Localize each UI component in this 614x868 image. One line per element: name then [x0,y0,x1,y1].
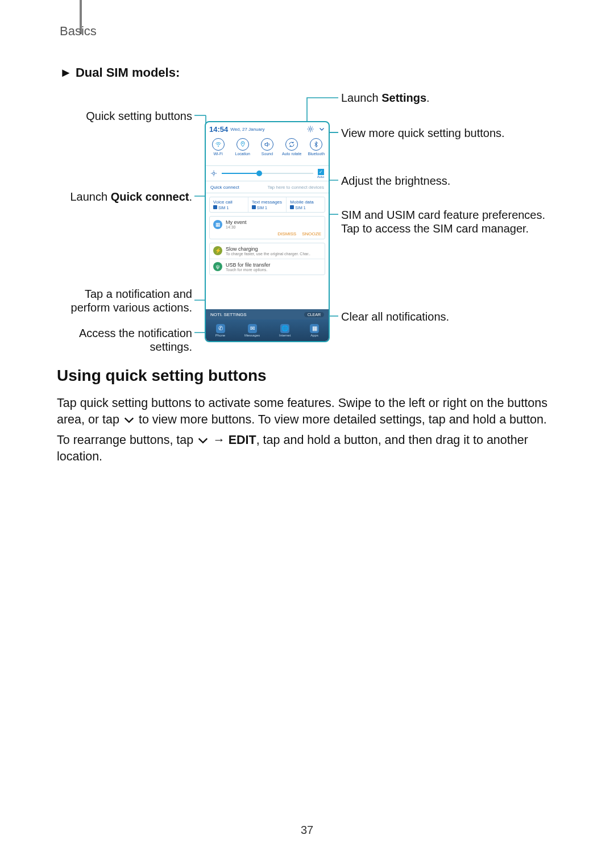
message-icon: ✉ [248,324,257,333]
wifi-icon [212,138,225,151]
sim-icon [252,205,256,209]
quick-settings-row: Wi-Fi Location Sound Auto rotate Bluetoo… [206,136,329,166]
bluetooth-icon [310,138,322,151]
svg-point-16 [218,146,219,147]
dock: ✆Phone ✉Messages 🌐Internet ▦Apps [206,319,329,341]
sim-data[interactable]: Mobile data SIM 1 [287,197,325,212]
page-number: 37 [0,824,614,837]
sound-icon [261,138,273,151]
notification-panel-diagram: Quick setting buttons Launch Quick conne… [57,85,557,352]
event-card[interactable]: ▦ My event 14:30 DISMISS SNOOZE [209,216,325,239]
svg-point-7 [309,128,312,130]
body-paragraph-1: Tap quick setting buttons to activate so… [57,395,557,428]
svg-point-18 [213,172,215,175]
svg-line-14 [312,127,313,128]
brightness-icon [210,170,217,177]
sim-icon [213,205,217,209]
status-bar: 14:54 Wed, 27 January [206,122,329,136]
globe-icon: 🌐 [280,324,289,333]
phone-icon: ✆ [216,324,225,333]
chevron-down-icon [197,435,209,446]
subsection-title: ► Dual SIM models: [60,65,180,80]
pin-icon [237,138,249,151]
subsection-heading: Using quick setting buttons [57,367,267,385]
calendar-icon: ▦ [213,220,222,229]
sim-voice[interactable]: Voice call SIM 1 [210,197,248,212]
phone-mock: 14:54 Wed, 27 January Wi-Fi Location Sou… [205,121,330,342]
qs-wifi[interactable]: Wi-Fi [208,138,229,156]
rotate-icon [285,138,298,151]
sim-preferences-card[interactable]: Voice call SIM 1 Text messages SIM 1 Mob… [209,197,325,213]
dock-phone[interactable]: ✆Phone [215,324,225,337]
quick-connect-row[interactable]: Quick connect Tap here to connect device… [206,181,329,193]
settings-icon[interactable] [307,126,314,132]
sim-text[interactable]: Text messages SIM 1 [248,197,287,212]
body-paragraph-2: To rearrange buttons, tap → EDIT, tap an… [57,432,557,465]
qs-sound[interactable]: Sound [256,138,278,156]
notification-bottom-bar: NOTI. SETTINGS CLEAR [206,309,329,319]
svg-line-15 [308,131,309,132]
status-time: 14:54 [209,125,228,134]
svg-line-12 [308,127,309,128]
auto-brightness-checkbox[interactable]: ✓ [318,169,324,175]
bolt-icon: ⚡ [213,246,222,255]
brightness-row[interactable]: ✓ Auto [206,166,329,181]
qs-auto-rotate[interactable]: Auto rotate [281,138,302,156]
brightness-slider[interactable] [222,173,313,174]
dock-internet[interactable]: 🌐Internet [279,324,291,337]
apps-icon: ▦ [310,324,319,333]
chevron-down-icon[interactable] [318,126,325,132]
sim-icon [290,205,294,209]
usb-icon: ψ [213,262,222,271]
section-breadcrumb: Basics [60,24,97,39]
snooze-button[interactable]: SNOOZE [302,231,321,236]
dock-apps[interactable]: ▦Apps [310,324,319,337]
status-date: Wed, 27 January [230,127,264,132]
chevron-down-icon [123,415,135,425]
qs-bluetooth[interactable]: Bluetooth [305,138,327,156]
svg-point-17 [242,143,243,144]
clear-button[interactable]: CLEAR [304,312,324,317]
notification-item[interactable]: ψ USB for file transfer Touch for more o… [210,259,325,275]
qs-location[interactable]: Location [232,138,254,156]
dock-messages[interactable]: ✉Messages [244,324,260,337]
notification-item[interactable]: ⚡ Slow charging To charge faster, use th… [210,243,325,259]
noti-settings-button[interactable]: NOTI. SETTINGS [210,312,247,317]
svg-line-13 [312,131,313,132]
notification-list: ⚡ Slow charging To charge faster, use th… [209,243,325,275]
dismiss-button[interactable]: DISMISS [277,231,296,236]
